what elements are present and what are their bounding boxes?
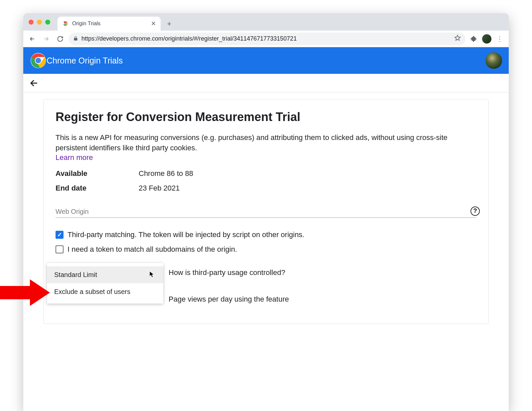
dropdown-option-label: Standard Limit [54, 271, 97, 278]
browser-window: Origin Trials ✕ + https://developers.chr… [23, 13, 509, 411]
third-party-checkbox[interactable] [56, 231, 64, 239]
lock-icon [73, 36, 78, 42]
profile-avatar[interactable] [485, 52, 502, 69]
dropdown-option-exclude[interactable]: Exclude a subset of users [47, 283, 163, 300]
usage-question-2: Page views per day using the feature [169, 295, 476, 304]
page-header: Chrome Origin Trials [23, 47, 509, 74]
available-row: Available Chrome 86 to 88 [56, 169, 476, 178]
usage-question-1: How is third-party usage controlled? [169, 268, 476, 277]
subdomain-checkbox-label: I need a token to match all subdomains o… [67, 245, 237, 254]
card-description: This is a new API for measuring conversi… [56, 133, 476, 153]
back-arrow-icon[interactable] [29, 78, 39, 88]
subdomain-checkbox[interactable] [56, 245, 64, 253]
callout-arrow-icon [0, 279, 50, 306]
web-origin-input[interactable] [56, 208, 476, 215]
window-close-icon[interactable] [29, 20, 34, 25]
url-text: https://developers.chrome.com/origintria… [81, 35, 451, 42]
third-party-checkbox-label: Third-party matching. The token will be … [67, 230, 305, 239]
usage-section: How is third-party usage controlled? Pag… [56, 268, 476, 304]
usage-limit-dropdown: Standard Limit Exclude a subset of users [47, 263, 163, 304]
reload-button[interactable] [55, 33, 66, 45]
learn-more-link[interactable]: Learn more [56, 153, 93, 162]
browser-tab[interactable]: Origin Trials ✕ [58, 17, 161, 31]
end-date-row: End date 23 Feb 2021 [56, 184, 476, 193]
subdomain-checkbox-row: I need a token to match all subdomains o… [56, 245, 476, 254]
end-date-value: 23 Feb 2021 [139, 184, 180, 193]
page-subheader [23, 74, 509, 92]
third-party-checkbox-row: Third-party matching. The token will be … [56, 230, 476, 239]
browser-toolbar: https://developers.chrome.com/origintria… [23, 31, 509, 47]
cursor-icon [149, 271, 155, 279]
chrome-logo-icon [30, 52, 47, 69]
header-title: Chrome Origin Trials [47, 56, 123, 66]
window-minimize-icon[interactable] [37, 20, 42, 25]
new-tab-button[interactable]: + [164, 19, 175, 29]
available-value: Chrome 86 to 88 [139, 169, 193, 178]
available-label: Available [56, 169, 139, 178]
tab-bar: Origin Trials ✕ + [23, 13, 509, 31]
end-date-label: End date [56, 184, 139, 193]
browser-menu-icon[interactable]: ⋮ [494, 33, 505, 45]
chrome-favicon-icon [62, 20, 69, 27]
web-origin-field: ? [56, 208, 476, 218]
dropdown-option-label: Exclude a subset of users [54, 288, 130, 295]
svg-point-5 [36, 58, 41, 64]
tab-title: Origin Trials [72, 21, 100, 27]
registration-card: Register for Conversion Measurement Tria… [43, 99, 489, 324]
tab-close-icon[interactable]: ✕ [151, 20, 156, 27]
extensions-icon[interactable] [468, 33, 479, 45]
svg-point-2 [65, 23, 66, 24]
forward-button[interactable] [41, 33, 52, 45]
dropdown-option-standard[interactable]: Standard Limit [47, 266, 163, 283]
window-zoom-icon[interactable] [45, 20, 50, 25]
profile-avatar-small[interactable] [482, 34, 491, 44]
help-icon[interactable]: ? [470, 206, 480, 216]
back-button[interactable] [27, 33, 38, 45]
card-title: Register for Conversion Measurement Tria… [56, 110, 476, 124]
window-controls [23, 13, 56, 31]
meta-section: Available Chrome 86 to 88 End date 23 Fe… [56, 169, 476, 193]
bookmark-star-icon[interactable] [454, 35, 461, 43]
address-bar[interactable]: https://developers.chrome.com/origintria… [68, 33, 466, 45]
